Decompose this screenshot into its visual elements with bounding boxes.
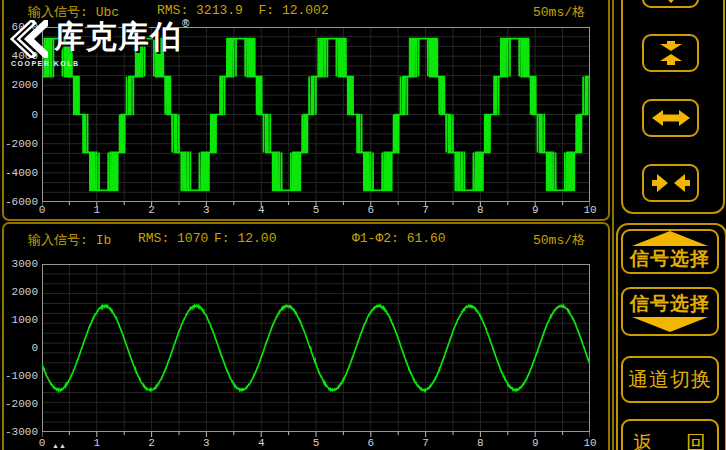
x-axis-tick-label: 10 [577, 437, 603, 449]
trigger-marker: ▲▲ [52, 442, 66, 449]
phase-label: Φ1-Φ2: [352, 231, 399, 246]
phase-readout: Φ1-Φ2: 61.60 [352, 231, 446, 246]
signal-select-down-label: 信号选择 [630, 291, 710, 317]
compress-vertical-icon [653, 41, 689, 65]
x-axis-tick-label: 1 [84, 437, 110, 449]
arrow-down-icon [653, 0, 689, 4]
current-panel [2, 222, 610, 450]
compress-horizontal-button[interactable] [642, 164, 699, 202]
signal-label: 输入信号: [28, 233, 88, 248]
current-signal-readout: 输入信号: Ib [28, 231, 111, 249]
voltage-timebase: 50ms/格 [533, 3, 585, 21]
logo-text: 库克库伯 [54, 20, 182, 54]
phase-value: 61.60 [407, 231, 446, 246]
current-freq-readout: F: 12.00 [214, 231, 276, 246]
expand-horizontal-button[interactable] [642, 99, 699, 137]
current-rms-readout: RMS: 1070 [138, 231, 208, 246]
y-axis-tick-label: 2000 [2, 286, 38, 298]
y-axis-tick-label: -2000 [2, 138, 38, 150]
voltage-rms-readout: RMS: 3213.9 F: 12.002 [157, 3, 329, 18]
x-axis-tick-label: 5 [303, 204, 329, 216]
x-axis-tick-label: 2 [139, 437, 165, 449]
rms-label: RMS: [157, 3, 188, 18]
x-axis-tick-label: 0 [29, 204, 55, 216]
y-axis-tick-label: -2000 [2, 398, 38, 410]
signal-value: Ib [96, 233, 112, 248]
x-axis-tick-label: 1 [84, 204, 110, 216]
y-axis-tick-label: 0 [2, 342, 38, 354]
y-axis-tick-label: -4000 [2, 167, 38, 179]
x-axis-tick-label: 7 [413, 437, 439, 449]
sidebar-divider [612, 0, 614, 450]
y-axis-tick-label: 1000 [2, 314, 38, 326]
registered-mark: ® [182, 18, 189, 29]
triangle-up-icon [632, 231, 708, 246]
x-axis-tick-label: 2 [139, 204, 165, 216]
timebase-value: 50ms/格 [533, 233, 585, 248]
compress-vertical-button[interactable] [642, 34, 699, 72]
compress-horizontal-icon [652, 173, 690, 193]
x-axis-tick-label: 8 [467, 437, 493, 449]
current-timebase: 50ms/格 [533, 231, 585, 249]
freq-value: 12.002 [282, 3, 329, 18]
channel-switch-label: 通道切换 [628, 366, 712, 393]
logo-subtext: COOPER KOLB [11, 60, 80, 67]
brand-logo: 库克库伯 ® [8, 20, 189, 58]
expand-horizontal-icon [652, 108, 690, 128]
freq-label: F: [214, 231, 230, 246]
rms-label: RMS: [138, 231, 169, 246]
triangle-down-icon [632, 317, 708, 332]
freq-label: F: [258, 3, 274, 18]
x-axis-tick-label: 3 [193, 437, 219, 449]
back-button[interactable]: 返 回 [621, 419, 719, 450]
y-axis-tick-label: -1000 [2, 370, 38, 382]
x-axis-tick-label: 9 [522, 204, 548, 216]
analyzer-screen: 输入信号: Ubc RMS: 3213.9 F: 12.002 50ms/格 输… [0, 0, 726, 450]
x-axis-tick-label: 3 [193, 204, 219, 216]
logo-chevrons-icon [8, 20, 48, 58]
x-axis-tick-label: 5 [303, 437, 329, 449]
y-axis-tick-label: 0 [2, 109, 38, 121]
back-label-right: 回 [686, 430, 707, 450]
signal-value: Ubc [96, 5, 119, 20]
rms-value: 3213.9 [196, 3, 243, 18]
channel-switch-button[interactable]: 通道切换 [621, 356, 719, 403]
x-axis-tick-label: 9 [522, 437, 548, 449]
signal-select-up-button[interactable]: 信号选择 [621, 229, 719, 274]
x-axis-tick-label: 7 [413, 204, 439, 216]
signal-label: 输入信号: [28, 5, 88, 20]
rms-value: 1070 [177, 231, 208, 246]
x-axis-tick-label: 8 [467, 204, 493, 216]
y-axis-tick-label: 2000 [2, 79, 38, 91]
x-axis-tick-label: 6 [358, 437, 384, 449]
signal-select-down-button[interactable]: 信号选择 [621, 287, 719, 336]
x-axis-tick-label: 6 [358, 204, 384, 216]
x-axis-tick-label: 4 [248, 204, 274, 216]
signal-select-up-label: 信号选择 [630, 246, 710, 272]
y-axis-tick-label: 3000 [2, 258, 38, 270]
timebase-value: 50ms/格 [533, 5, 585, 20]
scroll-down-button[interactable] [642, 0, 699, 8]
freq-value: 12.00 [237, 231, 276, 246]
x-axis-tick-label: 4 [248, 437, 274, 449]
back-label-left: 返 [633, 430, 654, 450]
x-axis-tick-label: 10 [577, 204, 603, 216]
